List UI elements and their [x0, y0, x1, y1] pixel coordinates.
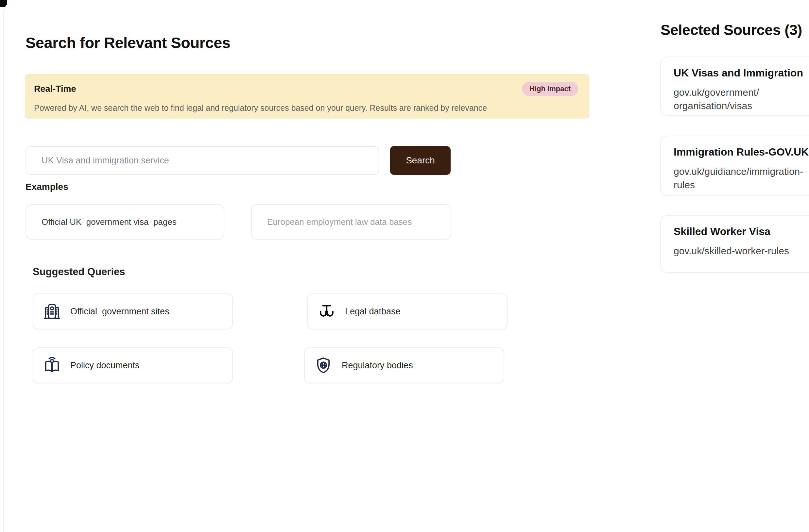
source-title: UK Visas and Immigration — [674, 67, 809, 79]
selected-sources-heading: Selected Sources (3) — [660, 21, 809, 39]
source-title: Skilled Worker Visa — [674, 226, 809, 237]
example-chip-official-uk-government-visa-pages[interactable]: Official UK government visa pages — [25, 204, 224, 240]
high-impact-badge: High Impact — [522, 82, 578, 96]
banner-title: Real-Time — [34, 84, 76, 94]
source-card-skilled-worker-visa[interactable]: Skilled Worker Visa gov.uk/skilled-worke… — [660, 215, 809, 273]
search-button[interactable]: Search — [390, 146, 451, 175]
banner-description: Powered by AI, we search the web to find… — [34, 103, 580, 113]
suggested-card-label: Policy documents — [70, 360, 140, 371]
example-chip-european-employment-law[interactable]: European employment law data bases — [251, 204, 451, 240]
page-title: Search for Relevant Sources — [25, 34, 230, 52]
suggested-card-label: Regulatory bodies — [342, 360, 413, 371]
examples-heading: Examples — [25, 182, 68, 192]
suggested-queries-heading: Suggested Queries — [33, 266, 125, 278]
suggested-card-official-government-sites[interactable]: Official government sites — [33, 294, 233, 330]
suggested-card-label: Legal datbase — [345, 306, 400, 317]
search-input[interactable] — [25, 146, 379, 175]
scales-icon — [318, 303, 335, 320]
source-url: gov.uk/government/ organisation/visas — [674, 86, 809, 113]
source-url: gov.uk/skilled-worker-rules — [674, 244, 809, 258]
open-book-icon — [43, 356, 61, 374]
source-card-uk-visas-and-immigration[interactable]: UK Visas and Immigration gov.uk/governme… — [660, 56, 809, 116]
shield-globe-icon — [314, 356, 332, 374]
building-icon — [43, 303, 61, 320]
suggested-card-policy-documents[interactable]: Policy documents — [33, 348, 233, 383]
source-url: gov.uk/guidiance/immigration- rules — [674, 165, 809, 192]
source-title: Immigration Rules-GOV.UK — [674, 146, 809, 158]
example-chip-label: Official UK government visa pages — [41, 217, 176, 227]
suggested-card-regulatory-bodies[interactable]: Regulatory bodies — [304, 348, 504, 383]
suggested-card-label: Official government sites — [70, 306, 169, 317]
source-card-immigration-rules[interactable]: Immigration Rules-GOV.UK gov.uk/guidianc… — [660, 136, 809, 196]
suggested-card-legal-database[interactable]: Legal datbase — [307, 294, 507, 330]
realtime-banner: Real-Time High Impact Powered by AI, we … — [25, 74, 589, 119]
example-chip-label: European employment law data bases — [267, 217, 412, 227]
